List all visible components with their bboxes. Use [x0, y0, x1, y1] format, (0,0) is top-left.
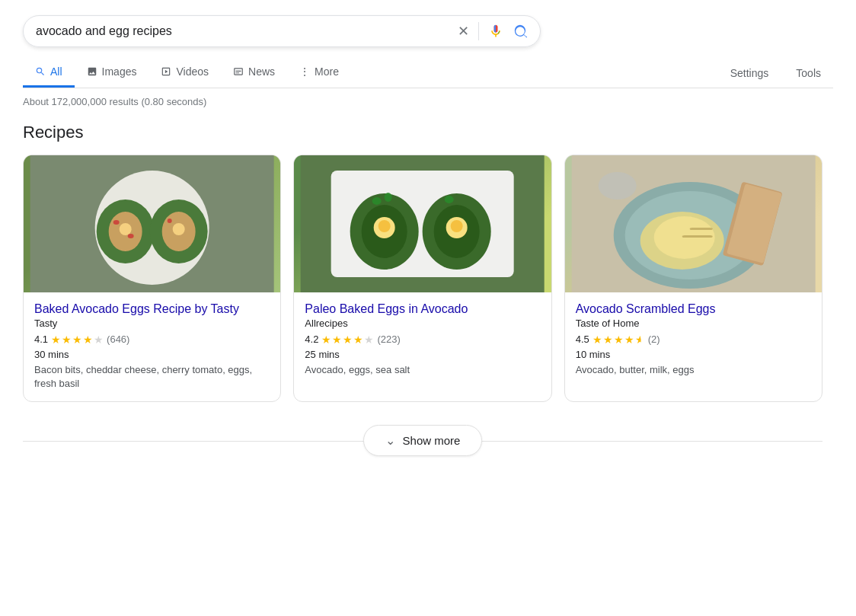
stars-1: ★ ★ ★ ★ ★ [51, 334, 104, 346]
recipe-card-2[interactable]: Paleo Baked Eggs in Avocado Allrecipes 4… [293, 155, 551, 402]
nav-right: Settings Tools [718, 59, 833, 87]
tab-news-label: News [248, 65, 275, 78]
settings-label: Settings [730, 67, 769, 79]
star-3: ★ [72, 334, 82, 346]
show-more-container: ⌄ Show more [23, 425, 822, 456]
rating-number-3: 4.5 [576, 334, 589, 345]
star-3-3: ★ [614, 334, 624, 346]
svg-point-20 [451, 220, 463, 232]
recipe-ingredients-2: Avocado, eggs, sea salt [305, 363, 540, 377]
tab-videos[interactable]: Videos [149, 58, 221, 88]
recipe-source-3: Taste of Home [576, 318, 811, 329]
divider [478, 22, 479, 40]
svg-rect-33 [682, 235, 712, 238]
star-4: ★ [83, 334, 93, 346]
svg-point-31 [598, 172, 636, 199]
recipe-ingredients-1: Bacon bits, cheddar cheese, cherry tomat… [34, 363, 270, 391]
recipe-time-3: 10 mins [576, 349, 811, 360]
mic-icon [488, 24, 503, 39]
recipe-source-2: Allrecipes [305, 318, 540, 329]
recipe-body-1: Baked Avocado Eggs Recipe by Tasty Tasty… [24, 292, 280, 401]
show-more-button[interactable]: ⌄ Show more [363, 425, 483, 456]
recipe-card-3[interactable]: Avocado Scrambled Eggs Taste of Home 4.5… [564, 155, 822, 402]
recipe-rating-1: 4.1 ★ ★ ★ ★ ★ (646) [34, 334, 270, 346]
search-bar: ✕ [23, 15, 541, 47]
more-icon: ⋮ [299, 65, 310, 78]
tab-more[interactable]: ⋮ More [287, 58, 351, 88]
search-input[interactable] [36, 24, 458, 38]
star-2-1: ★ [321, 334, 331, 346]
recipe-image-svg-2 [294, 155, 551, 292]
news-icon [233, 66, 244, 77]
recipe-rating-3: 4.5 ★ ★ ★ ★ ★ (2) [576, 334, 811, 346]
all-icon [35, 66, 46, 77]
recipe-body-3: Avocado Scrambled Eggs Taste of Home 4.5… [565, 292, 822, 388]
star-5: ★ [94, 334, 104, 346]
svg-rect-32 [689, 228, 712, 230]
recipe-source-1: Tasty [34, 318, 270, 329]
tab-all-label: All [50, 65, 62, 78]
recipe-card-1[interactable]: Baked Avocado Eggs Recipe by Tasty Tasty… [23, 155, 281, 402]
svg-point-10 [168, 219, 172, 223]
star-3-1: ★ [592, 334, 602, 346]
star-2-5: ★ [364, 334, 374, 346]
recipe-image-1 [24, 155, 280, 292]
recipe-image-svg-3 [565, 155, 822, 292]
tab-images-label: Images [102, 65, 137, 78]
videos-icon [161, 66, 171, 77]
rating-number-2: 4.2 [305, 334, 318, 345]
svg-point-22 [385, 193, 392, 202]
svg-point-8 [113, 220, 120, 225]
svg-point-21 [372, 197, 382, 205]
tab-tools[interactable]: Tools [784, 59, 833, 87]
rating-number-1: 4.1 [34, 334, 48, 345]
review-count-1: (646) [107, 334, 129, 345]
star-2-3: ★ [343, 334, 353, 346]
star-2: ★ [62, 334, 72, 346]
recipe-image-3 [565, 155, 822, 292]
star-2-4: ★ [353, 334, 363, 346]
recipe-image-2 [294, 155, 551, 292]
recipe-body-2: Paleo Baked Eggs in Avocado Allrecipes 4… [294, 292, 551, 388]
chevron-down-icon: ⌄ [385, 433, 395, 448]
star-3-4: ★ [624, 334, 634, 346]
search-icon [513, 24, 528, 39]
search-button[interactable] [513, 24, 528, 39]
tab-images[interactable]: Images [75, 58, 149, 88]
show-more-label: Show more [403, 434, 461, 447]
navigation-tabs: All Images Videos News ⋮ More Settings T… [23, 58, 833, 88]
review-count-3: (2) [648, 334, 660, 345]
review-count-2: (223) [377, 334, 400, 345]
svg-point-16 [378, 220, 391, 232]
section-title: Recipes [23, 123, 833, 142]
svg-point-9 [128, 234, 134, 238]
recipe-time-2: 25 mins [305, 349, 540, 360]
recipe-image-svg-1 [24, 155, 280, 292]
images-icon [87, 66, 97, 77]
tab-news[interactable]: News [221, 58, 287, 88]
stars-2: ★ ★ ★ ★ ★ [321, 334, 374, 346]
recipes-grid: Baked Avocado Eggs Recipe by Tasty Tasty… [23, 155, 822, 402]
star-1: ★ [51, 334, 61, 346]
tab-all[interactable]: All [23, 58, 75, 88]
tools-label: Tools [796, 67, 821, 79]
search-actions: ✕ [458, 22, 528, 40]
tab-videos-label: Videos [176, 65, 209, 78]
recipe-ingredients-3: Avocado, butter, milk, eggs [576, 363, 811, 377]
svg-point-6 [120, 223, 132, 235]
star-3-5: ★ [635, 334, 645, 346]
svg-point-7 [173, 223, 185, 235]
recipe-rating-2: 4.2 ★ ★ ★ ★ ★ (223) [305, 334, 540, 346]
tab-settings[interactable]: Settings [718, 59, 781, 87]
star-2-2: ★ [332, 334, 342, 346]
mic-button[interactable] [488, 24, 503, 39]
svg-point-23 [445, 196, 454, 203]
tab-more-label: More [315, 65, 339, 78]
recipe-title-2[interactable]: Paleo Baked Eggs in Avocado [305, 302, 468, 315]
star-3-2: ★ [603, 334, 613, 346]
recipe-title-3[interactable]: Avocado Scrambled Eggs [576, 302, 716, 315]
clear-button[interactable]: ✕ [458, 23, 469, 40]
recipe-time-1: 30 mins [34, 349, 270, 360]
results-count: About 172,000,000 results (0.80 seconds) [23, 96, 833, 107]
recipe-title-1[interactable]: Baked Avocado Eggs Recipe by Tasty [34, 302, 239, 315]
